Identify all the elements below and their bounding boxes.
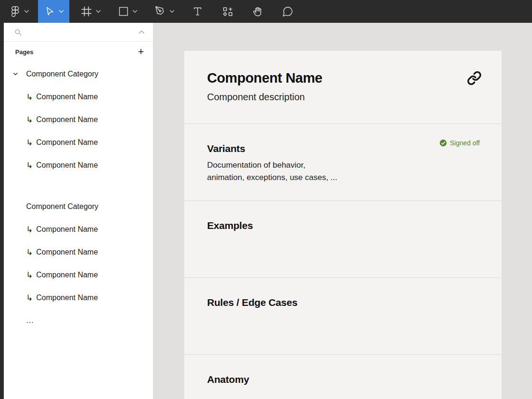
pages-list-groups: Component Category ↳ Component Name ↳ Co… (4, 62, 153, 332)
child-arrow-icon: ↳ (26, 248, 33, 256)
status-badge: Signed off (439, 139, 480, 147)
canvas[interactable]: Component Name Component description Var… (153, 23, 532, 399)
child-arrow-icon: ↳ (26, 139, 33, 147)
pages-sidebar: Pages + Component Category ↳ Component N… (4, 23, 153, 399)
shape-tool-button[interactable] (112, 0, 142, 23)
section-title: Examples (207, 220, 253, 231)
section-title: Rules / Edge Cases (207, 297, 297, 308)
chevron-down-icon (170, 10, 174, 13)
check-circle-icon (439, 139, 447, 147)
component-doc-frame[interactable]: Component Name Component description Var… (184, 51, 502, 399)
pages-title: Pages (15, 48, 33, 56)
page-item-label: Component Name (36, 93, 98, 101)
pen-tool-button[interactable] (149, 0, 180, 23)
page-item-row[interactable]: ↳ Component Name (4, 131, 153, 154)
child-arrow-icon: ↳ (26, 226, 33, 234)
hand-icon (252, 6, 264, 18)
pages-overflow-item[interactable]: ... (4, 309, 153, 332)
text-tool-button[interactable] (186, 0, 209, 23)
child-arrow-icon: ↳ (26, 116, 33, 124)
child-arrow-icon: ↳ (26, 93, 33, 101)
section-body: Documentation of behavior,animation, exc… (207, 159, 480, 184)
category-label: Component Category (26, 202, 98, 211)
page-item-row[interactable]: ↳ Component Name (4, 218, 153, 241)
link-button[interactable] (467, 71, 482, 87)
page-item-row[interactable]: ↳ Component Name (4, 241, 153, 264)
resources-tool-button[interactable] (216, 0, 239, 23)
search-bar (4, 23, 153, 42)
page-item-label: Component Name (36, 115, 98, 124)
child-arrow-icon: ↳ (26, 294, 33, 302)
chevron-expand-icon[interactable] (13, 73, 18, 76)
comment-bubble-icon (282, 6, 294, 18)
doc-section: Variants Signed off Documentation of beh… (184, 124, 502, 200)
page-item-label: Component Name (36, 294, 98, 302)
page-category-row[interactable]: Component Category (4, 195, 153, 218)
page-item-label: Component Name (36, 248, 98, 256)
figma-logo-icon (10, 6, 21, 17)
comment-tool-button[interactable] (276, 0, 299, 23)
chevron-down-icon (96, 10, 101, 13)
cursor-icon (44, 6, 56, 17)
rectangle-icon (118, 6, 129, 17)
page-item-row[interactable]: ↳ Component Name (4, 154, 153, 177)
chevron-down-icon (133, 10, 137, 13)
child-arrow-icon: ↳ (26, 162, 33, 170)
doc-section: Anatomy (184, 354, 502, 399)
figma-menu-button[interactable] (4, 0, 34, 23)
category-label: Component Category (26, 70, 98, 78)
page-item-row[interactable]: ↳ Component Name (4, 86, 153, 108)
page-item-label: Component Name (36, 225, 98, 234)
component-plus-icon (222, 6, 234, 18)
status-badge-label: Signed off (450, 139, 480, 147)
page-item-label: Component Name (36, 161, 98, 170)
toolbar (0, 0, 532, 23)
link-icon (467, 71, 482, 86)
doc-sections: Variants Signed off Documentation of beh… (184, 124, 502, 399)
component-description: Component description (184, 91, 502, 103)
page-item-row[interactable]: ↳ Component Name (4, 108, 153, 131)
page-item-row[interactable]: ↳ Component Name (4, 264, 153, 286)
hand-tool-button[interactable] (246, 0, 269, 23)
section-title: Variants (207, 143, 245, 154)
text-icon (192, 6, 203, 17)
page-category-row[interactable]: Component Category (4, 63, 153, 86)
pen-icon (155, 6, 166, 17)
chevron-up-icon[interactable] (139, 30, 144, 34)
component-title: Component Name (207, 70, 323, 86)
chevron-down-icon (24, 10, 29, 13)
frame-grid-icon (80, 5, 93, 18)
page-item-label: Component Name (36, 138, 98, 147)
pages-header: Pages + (4, 42, 153, 62)
chevron-down-icon (59, 10, 64, 13)
add-page-button[interactable]: + (137, 47, 145, 57)
search-input[interactable] (27, 28, 134, 36)
search-icon (14, 28, 22, 36)
child-arrow-icon: ↳ (26, 271, 33, 279)
move-tool-button[interactable] (38, 0, 69, 23)
frame-tool-button[interactable] (75, 0, 105, 23)
left-panel-edge (0, 23, 4, 399)
doc-section: Examples (184, 200, 502, 277)
page-item-row[interactable]: ↳ Component Name (4, 286, 153, 309)
frame-header: Component Name (184, 51, 502, 87)
section-title: Anatomy (207, 374, 249, 385)
page-item-label: Component Name (36, 271, 98, 279)
doc-section: Rules / Edge Cases (184, 277, 502, 354)
